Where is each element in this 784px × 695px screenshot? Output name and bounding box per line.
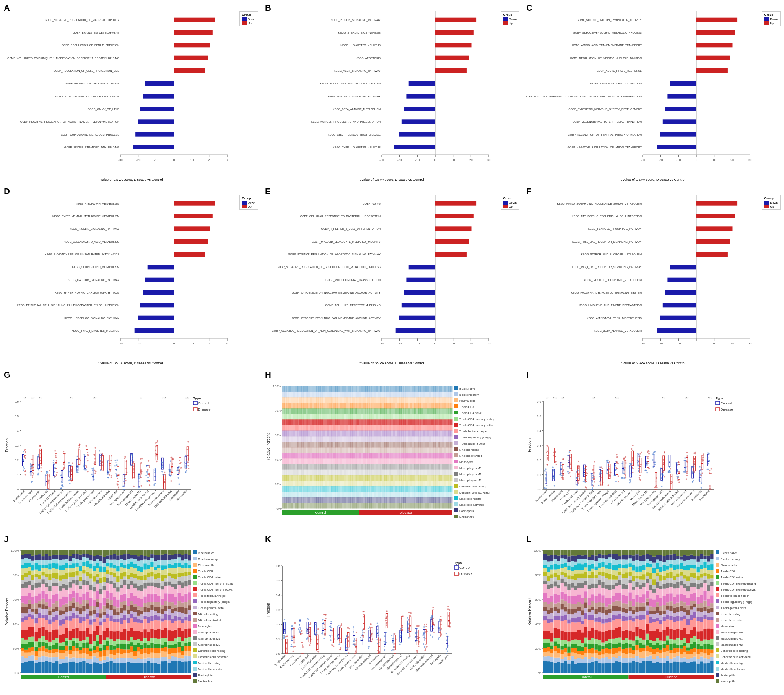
svg-rect-935 xyxy=(301,481,304,486)
svg-rect-1258 xyxy=(333,442,336,447)
svg-rect-5661 xyxy=(693,661,697,673)
svg-rect-5373 xyxy=(646,554,649,559)
svg-rect-2089 xyxy=(414,414,417,420)
svg-rect-723 xyxy=(282,403,285,409)
svg-point-309 xyxy=(41,464,42,466)
svg-rect-3275 xyxy=(55,614,58,620)
svg-rect-5236 xyxy=(625,578,628,585)
svg-rect-3305 xyxy=(59,575,62,581)
svg-text:20: 20 xyxy=(208,158,211,162)
svg-rect-1394 xyxy=(346,464,348,470)
svg-rect-5717 xyxy=(700,595,703,603)
svg-rect-3645 xyxy=(113,646,116,649)
svg-rect-2341 xyxy=(438,470,440,475)
svg-point-462 xyxy=(93,454,95,455)
svg-rect-1260 xyxy=(333,453,336,459)
svg-point-706 xyxy=(186,465,187,467)
svg-rect-1046 xyxy=(312,486,315,492)
svg-rect-1101 xyxy=(319,425,321,431)
svg-text:10: 10 xyxy=(713,342,716,345)
svg-rect-1870 xyxy=(393,419,395,425)
svg-text:Macrophages M2: Macrophages M2 xyxy=(720,643,743,646)
svg-rect-4942 xyxy=(581,624,584,632)
svg-rect-3574 xyxy=(99,550,102,555)
svg-rect-3633 xyxy=(109,581,112,584)
svg-rect-1170 xyxy=(325,442,327,447)
svg-rect-5601 xyxy=(683,628,686,638)
svg-rect-3211 xyxy=(45,606,48,610)
svg-rect-4071 xyxy=(178,593,181,601)
svg-rect-1389 xyxy=(346,436,348,442)
svg-rect-3153 xyxy=(35,564,38,570)
svg-rect-5651 xyxy=(690,595,693,601)
svg-rect-3519 xyxy=(92,610,96,614)
svg-rect-4736 xyxy=(547,550,550,555)
svg-point-4626 xyxy=(432,636,433,637)
svg-rect-1052 xyxy=(314,397,316,403)
svg-rect-928 xyxy=(301,442,304,447)
svg-rect-5433 xyxy=(656,582,659,588)
svg-text:Disease: Disease xyxy=(142,675,155,679)
svg-point-4561 xyxy=(408,637,410,639)
svg-rect-5062 xyxy=(598,568,601,572)
svg-rect-3767 xyxy=(130,573,133,577)
svg-point-583 xyxy=(141,473,142,475)
svg-rect-2249 xyxy=(429,447,432,453)
svg-text:NK cells resting: NK cells resting xyxy=(198,613,218,616)
svg-rect-2221 xyxy=(427,414,429,420)
svg-rect-227 xyxy=(657,329,697,333)
svg-rect-833 xyxy=(293,403,295,409)
svg-rect-5766 xyxy=(707,570,710,574)
svg-rect-3123 xyxy=(31,609,35,612)
svg-rect-5318 xyxy=(639,611,642,615)
svg-rect-1698 xyxy=(376,442,378,447)
svg-rect-2521 xyxy=(455,460,458,463)
svg-rect-796 xyxy=(289,442,291,447)
svg-rect-1587 xyxy=(365,436,367,442)
svg-rect-860 xyxy=(295,430,297,436)
svg-rect-3440 xyxy=(79,560,82,566)
svg-rect-2443 xyxy=(448,425,451,431)
svg-rect-5727 xyxy=(703,663,707,673)
svg-point-4441 xyxy=(363,611,365,612)
svg-rect-3182 xyxy=(41,646,44,651)
svg-rect-2397 xyxy=(444,414,446,420)
svg-rect-5335 xyxy=(642,644,645,648)
svg-rect-3245 xyxy=(52,663,55,673)
svg-rect-787 xyxy=(289,392,291,398)
svg-rect-794 xyxy=(289,430,291,436)
svg-rect-1406 xyxy=(348,408,350,414)
svg-rect-3750 xyxy=(127,550,130,554)
svg-rect-4007 xyxy=(168,582,171,585)
svg-rect-3737 xyxy=(127,618,130,623)
svg-rect-2396 xyxy=(444,408,446,414)
svg-rect-5716 xyxy=(700,603,703,608)
svg-rect-2269 xyxy=(431,436,433,442)
svg-rect-3207 xyxy=(45,630,48,639)
svg-rect-2405 xyxy=(444,458,446,464)
svg-rect-5644 xyxy=(690,638,693,644)
svg-rect-2190 xyxy=(423,486,425,492)
svg-rect-4181 xyxy=(193,642,197,646)
svg-text:20: 20 xyxy=(730,342,734,345)
svg-rect-1495 xyxy=(357,414,359,420)
svg-point-364 xyxy=(61,481,63,483)
svg-rect-3718 xyxy=(123,601,126,605)
svg-rect-946 xyxy=(304,419,306,425)
svg-rect-1714 xyxy=(378,408,380,414)
svg-rect-825 xyxy=(291,481,293,486)
svg-rect-912 xyxy=(300,475,302,481)
svg-point-2768 xyxy=(615,481,617,483)
svg-rect-223 xyxy=(663,303,697,307)
svg-text:T cells CD4 memory resting: T cells CD4 memory resting xyxy=(720,582,756,585)
svg-rect-1190 xyxy=(327,430,329,436)
svg-rect-1109 xyxy=(319,470,321,475)
svg-rect-5468 xyxy=(663,641,666,644)
svg-rect-2037 xyxy=(408,491,410,497)
svg-rect-1656 xyxy=(372,453,374,459)
svg-rect-1293 xyxy=(338,392,340,398)
svg-rect-1810 xyxy=(387,453,389,459)
svg-rect-3867 xyxy=(147,632,150,641)
svg-rect-1710 xyxy=(378,386,380,392)
svg-rect-1553 xyxy=(361,491,363,497)
